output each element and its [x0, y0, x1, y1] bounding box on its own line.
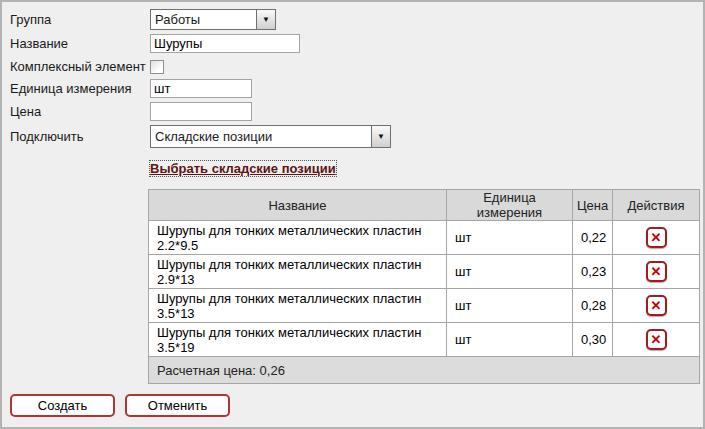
chevron-down-icon[interactable]: ▼: [371, 126, 390, 147]
position-actions: ✕: [613, 221, 700, 255]
connect-select[interactable]: Складские позиции ▼: [150, 125, 391, 148]
group-select[interactable]: Работы ▼: [150, 9, 276, 30]
group-label: Группа: [10, 12, 150, 27]
position-price: 0,23: [573, 255, 613, 289]
cancel-button[interactable]: Отменить: [125, 394, 230, 417]
connect-label: Подключить: [10, 129, 150, 144]
table-row: Шурупы для тонких металлических пластин …: [149, 323, 700, 357]
name-input[interactable]: [150, 34, 300, 53]
form-row-name: Название: [10, 34, 695, 53]
form-row-complex: Комплексный элемент: [10, 57, 695, 76]
column-header-actions: Действия: [613, 190, 700, 221]
item-edit-form-page: Группа Работы ▼ Название Комплексный эле…: [0, 0, 705, 429]
position-unit: шт: [447, 323, 573, 357]
table-footer-row: Расчетная цена: 0,26: [149, 357, 700, 384]
position-name: Шурупы для тонких металлических пластин …: [149, 221, 447, 255]
column-header-price: Цена: [573, 190, 613, 221]
position-unit: шт: [447, 289, 573, 323]
stock-positions-table: Название Единица измерения Цена Действия…: [148, 189, 700, 384]
delete-icon[interactable]: ✕: [646, 295, 667, 316]
position-actions: ✕: [613, 255, 700, 289]
position-unit: шт: [447, 221, 573, 255]
position-price: 0,22: [573, 221, 613, 255]
table-row: Шурупы для тонких металлических пластин …: [149, 221, 700, 255]
column-header-name: Название: [149, 190, 447, 221]
column-header-unit: Единица измерения: [447, 190, 573, 221]
unit-label: Единица измерения: [10, 81, 150, 96]
position-name: Шурупы для тонких металлических пластин …: [149, 289, 447, 323]
unit-input[interactable]: [150, 79, 252, 98]
connect-select-value: Складские позиции: [151, 129, 371, 144]
name-label: Название: [10, 36, 150, 51]
delete-icon[interactable]: ✕: [646, 227, 667, 248]
form-row-unit: Единица измерения: [10, 79, 695, 98]
price-input[interactable]: [150, 102, 252, 121]
form-area: Группа Работы ▼ Название Комплексный эле…: [2, 2, 703, 384]
delete-icon[interactable]: ✕: [646, 261, 667, 282]
form-row-connect: Подключить Складские позиции ▼: [10, 125, 695, 148]
position-name: Шурупы для тонких металлических пластин …: [149, 255, 447, 289]
position-actions: ✕: [613, 323, 700, 357]
create-button[interactable]: Создать: [10, 394, 115, 417]
position-unit: шт: [447, 255, 573, 289]
select-stock-positions-link[interactable]: Выбрать складские позиции: [150, 161, 336, 176]
position-actions: ✕: [613, 289, 700, 323]
position-price: 0,28: [573, 289, 613, 323]
price-label: Цена: [10, 104, 150, 119]
form-row-price: Цена: [10, 102, 695, 121]
bottom-buttons: Создать Отменить: [10, 394, 230, 417]
form-row-group: Группа Работы ▼: [10, 9, 695, 30]
delete-icon[interactable]: ✕: [646, 329, 667, 350]
complex-element-checkbox[interactable]: [150, 60, 164, 74]
complex-element-label: Комплексный элемент: [10, 59, 150, 74]
group-select-value: Работы: [151, 12, 256, 27]
chevron-down-icon[interactable]: ▼: [256, 10, 275, 29]
table-row: Шурупы для тонких металлических пластин …: [149, 255, 700, 289]
position-name: Шурупы для тонких металлических пластин …: [149, 323, 447, 357]
position-price: 0,30: [573, 323, 613, 357]
table-row: Шурупы для тонких металлических пластин …: [149, 289, 700, 323]
calculated-price: Расчетная цена: 0,26: [149, 357, 700, 384]
table-header-row: Название Единица измерения Цена Действия: [149, 190, 700, 221]
